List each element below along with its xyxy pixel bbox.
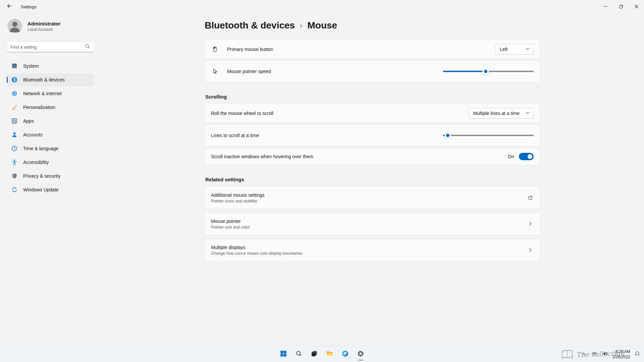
pointer-speed-slider[interactable] [443, 68, 534, 75]
page-title: Mouse [308, 20, 337, 31]
slider-track[interactable] [443, 135, 534, 136]
sidebar-item-personalization[interactable]: Personalization [7, 101, 94, 114]
tray-date: 2/26/2022 [612, 354, 630, 360]
dropdown-value: Left [500, 47, 507, 52]
personalization-icon [11, 104, 18, 111]
settings-search [7, 42, 94, 52]
bluetooth-icon [11, 76, 18, 83]
sidebar-item-label: Apps [23, 118, 34, 124]
time-language-icon [11, 145, 18, 152]
wifi-icon [592, 351, 597, 357]
mouse-pointer-link[interactable]: Mouse pointer Pointer size and color [205, 213, 540, 235]
sidebar-item-system[interactable]: System [7, 60, 94, 72]
edge-browser-button[interactable] [338, 348, 352, 361]
window-controls [598, 0, 644, 13]
user-name: Administrator [28, 21, 60, 26]
sidebar-item-label: Accounts [23, 132, 43, 137]
clock[interactable]: 8:29 AM 2/26/2022 [612, 349, 630, 360]
chevron-down-icon [526, 111, 530, 116]
multiple-displays-link[interactable]: Multiple displays Change how cursor move… [205, 239, 540, 261]
window-title: Settings [21, 4, 37, 9]
additional-mouse-settings-link[interactable]: Additional mouse settings Pointer icons … [205, 186, 540, 209]
network-icon [11, 90, 18, 97]
sidebar-item-label: Network & internet [23, 91, 62, 96]
titlebar: Settings [0, 0, 644, 13]
scroll-inactive-windows-row: Scroll inactive windows when hovering ov… [205, 148, 540, 165]
windows-logo-icon [279, 350, 287, 359]
user-account-type: Local Account [28, 27, 60, 32]
sidebar-item-privacy-security[interactable]: Privacy & security [7, 170, 94, 182]
bell-icon [635, 351, 640, 358]
slider-thumb[interactable] [444, 132, 451, 139]
setting-label: Mouse pointer speed [227, 69, 271, 74]
folder-icon [326, 350, 334, 359]
taskbar: 8:29 AM 2/26/2022 [0, 346, 644, 362]
taskbar-search-button[interactable] [292, 348, 306, 361]
task-view-button[interactable] [308, 348, 321, 361]
setting-label: Scroll inactive windows when hovering ov… [211, 154, 313, 159]
sidebar: Administrator Local Account System [0, 13, 101, 330]
chevron-up-icon [582, 351, 586, 357]
settings-app-button[interactable] [354, 348, 367, 361]
chevron-down-icon [526, 47, 530, 52]
maximize-button[interactable] [613, 0, 629, 13]
window-body: Administrator Local Account System [0, 13, 644, 330]
sidebar-item-time-language[interactable]: Time & language [7, 142, 94, 155]
network-tray-button[interactable] [590, 350, 598, 359]
sidebar-item-accessibility[interactable]: Accessibility [7, 156, 94, 169]
tray-time: 8:29 AM [612, 349, 630, 354]
avatar [7, 19, 22, 34]
shield-icon [11, 173, 18, 179]
lines-to-scroll-slider[interactable] [443, 132, 534, 139]
primary-button-dropdown[interactable]: Left [495, 44, 534, 55]
sidebar-item-label: Windows Update [23, 187, 59, 192]
start-button[interactable] [277, 348, 290, 361]
content-area: Bluetooth & devices › Mouse Primary mous… [101, 13, 644, 330]
sidebar-item-apps[interactable]: Apps [7, 115, 94, 127]
sidebar-item-accounts[interactable]: Accounts [7, 128, 94, 141]
sidebar-item-bluetooth-devices[interactable]: Bluetooth & devices [7, 73, 94, 86]
link-subtitle: Pointer icons and visibility [211, 199, 265, 203]
setting-label: Roll the mouse wheel to scroll [211, 111, 273, 116]
slider-thumb[interactable] [482, 68, 489, 75]
file-explorer-button[interactable] [323, 348, 336, 361]
back-button[interactable] [3, 1, 16, 12]
chevron-right-icon [527, 247, 534, 253]
user-info: Administrator Local Account [28, 21, 60, 32]
sidebar-item-label: Accessibility [23, 160, 49, 165]
close-button[interactable] [629, 0, 644, 13]
link-title: Multiple displays [211, 245, 303, 250]
setting-label: Lines to scroll at a time [211, 133, 259, 138]
breadcrumb: Bluetooth & devices › Mouse [205, 20, 540, 31]
user-account-button[interactable]: Administrator Local Account [7, 19, 93, 34]
lines-to-scroll-row: Lines to scroll at a time [205, 124, 540, 146]
system-tray: 8:29 AM 2/26/2022 [581, 346, 641, 362]
volume-tray-button[interactable] [601, 350, 609, 359]
wheel-scroll-dropdown[interactable]: Multiple lines at a time [469, 108, 534, 119]
breadcrumb-parent[interactable]: Bluetooth & devices [205, 20, 295, 31]
minimize-button[interactable] [598, 0, 613, 13]
scrolling-heading: Scrolling [205, 94, 539, 100]
windows-update-icon [11, 186, 18, 193]
sidebar-item-windows-update[interactable]: Windows Update [7, 183, 94, 196]
sidebar-item-network-internet[interactable]: Network & internet [7, 87, 94, 100]
dropdown-value: Multiple lines at a time [473, 111, 520, 116]
external-link-icon [527, 194, 534, 201]
search-icon [85, 44, 90, 50]
link-title: Additional mouse settings [211, 192, 265, 198]
accessibility-icon [11, 159, 18, 166]
chevron-right-icon [527, 221, 534, 227]
edge-icon [341, 350, 349, 359]
wheel-scroll-row: Roll the mouse wheel to scroll Multiple … [205, 104, 540, 123]
link-text: Multiple displays Change how cursor move… [211, 245, 303, 256]
notification-center-button[interactable] [633, 350, 641, 359]
gear-icon [357, 350, 365, 359]
tray-overflow-button[interactable] [581, 350, 587, 359]
mouse-pointer-speed-row: Mouse pointer speed [205, 60, 540, 82]
sidebar-item-label: Privacy & security [23, 173, 60, 179]
close-icon [635, 4, 638, 10]
scroll-inactive-toggle[interactable] [519, 153, 534, 160]
setting-label: Primary mouse button [227, 47, 273, 52]
search-input[interactable] [10, 45, 85, 50]
sidebar-item-label: Personalization [23, 105, 55, 110]
